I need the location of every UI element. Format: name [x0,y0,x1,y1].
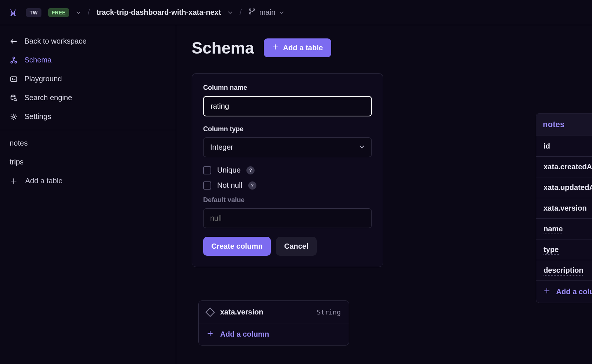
default-value-label: Default value [203,196,372,204]
table-column-row[interactable]: xata.createdAt Datetime [536,156,592,177]
sidebar-item-label: Settings [24,112,51,121]
add-column-button[interactable]: Add a column [536,280,592,303]
column-name: xata.version [544,204,587,212]
checkbox-icon[interactable] [203,166,211,174]
breadcrumb-separator: / [239,8,242,17]
table-column-row[interactable]: xata.updatedAt Datetime [536,177,592,198]
add-table-button[interactable]: Add a table [264,38,331,57]
cancel-button[interactable]: Cancel [276,237,317,256]
sidebar-item-playground[interactable]: Playground [0,69,176,88]
sidebar-item-settings[interactable]: Settings [0,107,176,126]
column-name: xata.updatedAt [544,183,592,192]
checkbox-icon[interactable] [203,181,211,190]
table-name[interactable]: notes [543,120,565,129]
table-name: notes [10,139,28,147]
svg-point-7 [11,95,15,97]
plus-icon [272,44,279,52]
plan-badge: FREE [48,8,69,17]
add-column-label: Add a column [556,288,592,296]
sidebar: Back to workspace Schema Playground Sear… [0,25,176,364]
svg-point-3 [13,57,15,59]
sidebar-add-table[interactable]: Add a table [0,171,176,190]
sidebar-item-schema[interactable]: Schema [0,51,176,69]
table-column-row[interactable]: type String [536,239,592,260]
branch-icon [248,8,256,17]
column-name: type [544,245,559,254]
column-name: description [544,266,583,275]
table-column-row[interactable]: description Text [536,260,592,280]
chevron-down-icon[interactable] [76,10,81,15]
schema-icon [10,56,18,64]
add-table-label: Add a table [25,177,63,185]
chevron-down-icon[interactable] [228,10,233,15]
unique-checkbox-row[interactable]: Unique ? [203,166,372,174]
gear-icon [10,113,18,121]
breadcrumb-separator: / [88,8,90,17]
table-column-row[interactable]: xata.version String [536,198,592,218]
search-engine-icon [10,94,18,102]
unique-label: Unique [217,166,240,174]
help-icon[interactable]: ? [248,181,256,190]
add-column-button[interactable]: Add a column [199,323,349,345]
select-value: Integer [210,143,233,152]
column-type-label: Column type [203,125,372,133]
svg-point-9 [13,116,15,118]
column-type: String [317,308,341,316]
arrow-left-icon [10,37,18,45]
column-name: name [544,225,563,233]
table-card-partial: xata.version String Add a column [198,300,349,346]
page-title: Schema [192,39,254,57]
table-card-header: notes Actions [536,113,592,136]
workspace-badge[interactable]: TW [26,8,41,17]
default-value-input[interactable] [203,208,372,228]
column-name: xata.createdAt [544,163,592,171]
back-label: Back to workspace [24,37,87,45]
xata-logo-icon [7,7,19,18]
create-column-popover: Column name Column type Integer Unique ? [192,73,383,267]
table-column-row[interactable]: xata.version String [199,301,349,323]
sidebar-item-label: Schema [24,56,51,64]
table-column-row[interactable]: name String [536,218,592,239]
project-name[interactable]: track-trip-dashboard-with-xata-next [97,8,221,17]
plus-icon [207,330,213,339]
column-name-input[interactable] [203,96,372,116]
plus-icon [10,177,18,185]
table-name: trips [10,158,24,166]
create-column-button[interactable]: Create column [203,237,271,256]
back-to-workspace[interactable]: Back to workspace [0,32,176,51]
column-type-select[interactable]: Integer [203,137,372,157]
sidebar-item-label: Playground [24,75,62,83]
svg-point-1 [249,13,251,14]
plus-icon [544,288,550,296]
sidebar-item-search-engine[interactable]: Search engine [0,88,176,107]
notnull-checkbox-row[interactable]: Not null ? [203,181,372,190]
column-name: xata.version [220,308,263,316]
chevron-down-icon[interactable] [279,10,284,15]
branch-name[interactable]: main [259,8,275,17]
svg-point-2 [253,9,255,10]
add-column-label: Add a column [220,330,269,339]
sidebar-item-label: Search engine [24,93,72,102]
table-card-notes: notes Actions id String xata.createdAt D… [536,113,592,303]
chevron-down-icon [359,143,365,152]
notnull-label: Not null [217,181,242,190]
table-column-row[interactable]: id String [536,136,592,156]
top-bar: TW FREE / track-trip-dashboard-with-xata… [0,0,592,25]
sidebar-table-notes[interactable]: notes [0,134,176,153]
svg-point-0 [249,9,251,10]
column-name: id [544,142,550,150]
main-content: Schema Add a table xata.version String A… [176,25,592,364]
button-label: Add a table [283,44,323,52]
sidebar-divider [0,130,176,130]
playground-icon [10,75,18,83]
page-header: Schema Add a table [192,38,576,57]
column-name-label: Column name [203,84,372,92]
help-icon[interactable]: ? [246,166,255,174]
diamond-icon [205,307,215,317]
sidebar-table-trips[interactable]: trips [0,153,176,171]
